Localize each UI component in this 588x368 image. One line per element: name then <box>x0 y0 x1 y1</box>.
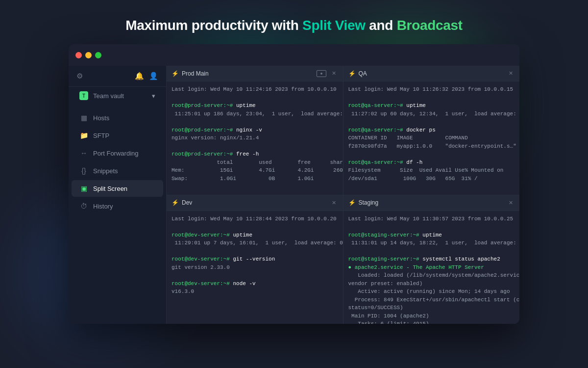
title-prefix: Maximum productivity with <box>125 18 302 33</box>
close-pane-staging[interactable]: ✕ <box>507 199 514 207</box>
page-title: Maximum productivity with Split View and… <box>125 18 463 33</box>
sidebar-label-hosts: Hosts <box>93 114 109 122</box>
terminal-icon-dev: ⚡ <box>172 199 179 206</box>
terminal-header-prod-main: ⚡ Prod Main ✕ <box>167 66 343 81</box>
sidebar-top: ⚙ 🔔 👤 <box>69 66 166 87</box>
sidebar-item-hosts[interactable]: ▦ Hosts <box>72 109 163 126</box>
close-pane-prod-main[interactable]: ✕ <box>330 70 338 78</box>
sidebar-label-snippets: Snippets <box>93 167 118 175</box>
broadcast-highlight: Broadcast <box>397 18 463 33</box>
terminal-header-qa: ⚡ QA ✕ <box>343 66 520 81</box>
terminal-body-dev[interactable]: Last login: Wed May 10 11:28:44 2023 fro… <box>167 211 343 324</box>
sidebar-right-icons: 🔔 👤 <box>135 72 158 80</box>
terminal-header-dev: ⚡ Dev ✕ <box>167 195 343 211</box>
close-pane-dev[interactable]: ✕ <box>330 199 338 207</box>
hosts-icon: ▦ <box>79 114 88 122</box>
terminal-header-staging: ⚡ Staging ✕ <box>343 195 520 211</box>
sidebar-item-port-forwarding[interactable]: ↔ Port Forwarding <box>72 145 163 161</box>
title-bar <box>69 44 519 66</box>
terminal-pane-staging: ⚡ Staging ✕ Last login: Wed May 10 11:30… <box>343 195 520 324</box>
split-screen-icon: ▣ <box>79 184 88 192</box>
terminal-grid: ⚡ Prod Main ✕ Last login: Wed May 10 11:… <box>167 44 519 324</box>
title-middle: and <box>366 18 397 33</box>
terminal-icon-prod-main: ⚡ <box>172 70 179 77</box>
terminal-body-qa[interactable]: Last login: Wed May 10 11:26:32 2023 fro… <box>343 81 520 195</box>
terminal-title-prod-main: Prod Main <box>182 70 317 77</box>
terminal-icon-qa: ⚡ <box>348 70 356 77</box>
broadcast-icon[interactable] <box>317 70 326 77</box>
snippets-icon: {} <box>79 167 88 175</box>
terminal-pane-qa: ⚡ QA ✕ Last login: Wed May 10 11:26:32 2… <box>343 66 520 195</box>
close-button[interactable] <box>75 52 82 58</box>
settings-icon[interactable]: ⚙ <box>76 72 83 80</box>
sidebar-label-sftp: SFTP <box>93 132 109 139</box>
sidebar-nav: ▦ Hosts 📁 SFTP ↔ Port Forwarding {} Snip… <box>69 105 166 324</box>
bell-icon[interactable]: 🔔 <box>135 72 144 80</box>
history-icon: ⏱ <box>79 202 88 210</box>
terminal-title-dev: Dev <box>182 199 330 206</box>
maximize-button[interactable] <box>95 52 101 58</box>
sftp-icon: 📁 <box>79 131 88 139</box>
sidebar-item-sftp[interactable]: 📁 SFTP <box>72 127 163 144</box>
port-forwarding-icon: ↔ <box>79 149 88 157</box>
sidebar-label-port-forwarding: Port Forwarding <box>93 150 138 157</box>
split-view-highlight: Split View <box>302 18 366 33</box>
sidebar-label-split-screen: Split Screen <box>93 185 127 192</box>
terminal-actions-dev: ✕ <box>330 199 338 207</box>
sidebar-item-team-vault[interactable]: T Team vault ▾ <box>72 87 163 105</box>
terminal-title-staging: Staging <box>359 199 507 206</box>
user-icon[interactable]: 👤 <box>149 72 158 80</box>
terminal-pane-prod-main: ⚡ Prod Main ✕ Last login: Wed May 10 11:… <box>167 66 343 195</box>
minimize-button[interactable] <box>85 52 92 58</box>
sidebar-item-history[interactable]: ⏱ History <box>72 198 163 214</box>
sidebar-item-snippets[interactable]: {} Snippets <box>72 162 163 179</box>
terminal-actions-staging: ✕ <box>507 199 514 207</box>
terminal-icon-staging: ⚡ <box>348 199 356 206</box>
team-vault-icon: T <box>79 91 88 100</box>
traffic-lights <box>75 52 101 58</box>
terminal-body-prod-main[interactable]: Last login: Wed May 10 11:24:16 2023 fro… <box>167 81 343 195</box>
terminal-body-staging[interactable]: Last login: Wed May 10 11:30:57 2023 fro… <box>343 211 520 324</box>
terminal-actions-qa: ✕ <box>507 70 514 78</box>
close-pane-qa[interactable]: ✕ <box>507 70 514 78</box>
team-vault-label: Team vault <box>93 92 124 100</box>
chevron-down-icon: ▾ <box>152 92 155 100</box>
sidebar: ⚙ 🔔 👤 T Team vault ▾ ▦ Hosts 📁 SFTP ↔ Po… <box>69 44 167 324</box>
app-window: ⚙ 🔔 👤 T Team vault ▾ ▦ Hosts 📁 SFTP ↔ Po… <box>69 44 519 324</box>
sidebar-item-split-screen[interactable]: ▣ Split Screen <box>72 180 163 197</box>
sidebar-label-history: History <box>93 203 113 210</box>
terminal-pane-dev: ⚡ Dev ✕ Last login: Wed May 10 11:28:44 … <box>167 195 343 324</box>
terminal-actions-prod-main: ✕ <box>317 70 338 78</box>
terminal-title-qa: QA <box>359 70 507 77</box>
